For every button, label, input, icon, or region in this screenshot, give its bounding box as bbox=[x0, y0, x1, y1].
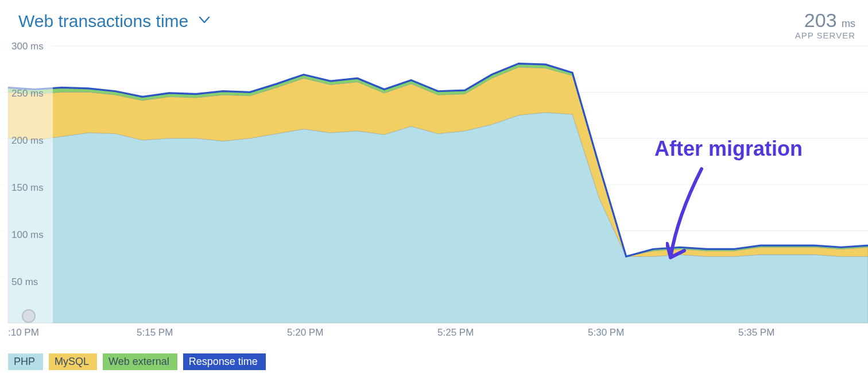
scrubber-handle[interactable] bbox=[22, 310, 35, 322]
x-tick-520: 5:20 PM bbox=[287, 327, 323, 338]
x-tick-535: 5:35 PM bbox=[738, 327, 774, 338]
y-tick-50: 50 ms bbox=[11, 276, 38, 287]
x-tick-530: 5:30 PM bbox=[588, 327, 624, 338]
legend-item-mysql[interactable]: MySQL bbox=[49, 353, 97, 370]
y-tick-250: 250 ms bbox=[11, 88, 44, 99]
chart-title: Web transactions time bbox=[18, 11, 188, 31]
summary-unit: ms bbox=[842, 18, 855, 29]
x-tick-515: 5:15 PM bbox=[137, 327, 173, 338]
y-tick-150: 150 ms bbox=[11, 182, 44, 193]
x-tick-525: 5:25 PM bbox=[437, 327, 474, 338]
legend-item-web-external[interactable]: Web external bbox=[103, 353, 177, 370]
y-tick-300: 300 ms bbox=[11, 41, 44, 52]
y-tick-200: 200 ms bbox=[11, 135, 44, 146]
chart-legend: PHP MySQL Web external Response time bbox=[8, 353, 266, 370]
legend-item-php[interactable]: PHP bbox=[8, 353, 43, 370]
summary-value: 203 bbox=[804, 9, 837, 31]
x-tick-510: :10 PM bbox=[8, 327, 39, 338]
transactions-chart[interactable]: 300 ms 250 ms 200 ms 150 ms 100 ms 50 ms… bbox=[0, 34, 868, 339]
chevron-down-icon bbox=[199, 16, 210, 26]
legend-item-response-time[interactable]: Response time bbox=[183, 353, 266, 370]
y-tick-100: 100 ms bbox=[11, 229, 44, 240]
chart-title-dropdown[interactable]: Web transactions time bbox=[18, 11, 210, 31]
